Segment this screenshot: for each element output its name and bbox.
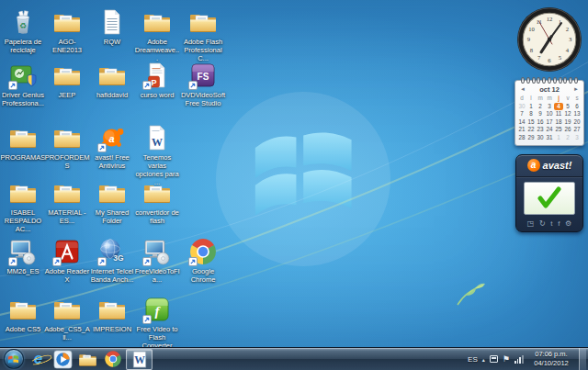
desktop-icon-adobe-cs5-all[interactable]: Adobe_CS5_All...: [44, 295, 90, 342]
desktop-icon-free-video-to-flash-converter[interactable]: f Free Video to Flash Converter: [134, 295, 180, 350]
calendar-date-cell: 14: [517, 118, 526, 127]
avast-status-panel: [524, 182, 575, 215]
calendar-day-header: m: [545, 95, 554, 103]
taskbar-word-window-button[interactable]: W: [126, 349, 153, 370]
desktop-icon-impresion[interactable]: IMPRESION: [89, 295, 135, 333]
desktop[interactable]: ♻ Papelera de reciclaje AGO-ENE2013 RQW …: [0, 0, 588, 370]
desktop-icon-dvdvideosoft-free-studio[interactable]: FS DVDVideoSoft Free Studio: [180, 61, 226, 107]
recycle-icon: ♻: [8, 7, 38, 37]
shortcut-arrow-icon: [188, 81, 198, 90]
shortcut-arrow-icon: [8, 81, 17, 90]
clock-gadget[interactable]: 1212 345 678 91011: [515, 6, 583, 73]
taskbar-internet-explorer-button[interactable]: e: [27, 349, 50, 370]
folder-icon: [52, 123, 82, 152]
folder-icon: [8, 123, 38, 152]
svg-text:P: P: [151, 78, 156, 87]
calendar-date-cell: 12: [563, 110, 572, 118]
calendar-date-cell: 3: [572, 134, 582, 142]
taskbar-media-player-button[interactable]: [51, 349, 74, 370]
folder-icon: [52, 61, 82, 90]
svg-text:2: 2: [566, 26, 569, 32]
start-button[interactable]: [2, 349, 25, 370]
calendar-date-cell: 17: [545, 118, 554, 127]
desktop-icon-jeep[interactable]: JEEP: [44, 61, 90, 99]
calendar-next-button[interactable]: ►: [573, 86, 579, 92]
calendar-date-cell: 9: [536, 110, 545, 118]
shortcut-arrow-icon: [142, 315, 152, 324]
calendar-day-header: l: [526, 95, 536, 103]
desktop-icon-ago-ene2013[interactable]: AGO-ENE2013: [44, 7, 90, 54]
calendar-date-cell: 20: [572, 118, 582, 127]
desktop-icon-adobe-cs5[interactable]: Adobe CS5: [0, 295, 46, 333]
installer-icon: [8, 237, 38, 266]
calendar-gadget[interactable]: ◄ oct 12 ► dlmmjvs3012345678910111213141…: [514, 80, 584, 146]
shortcut-arrow-icon: [142, 257, 152, 266]
calendar-date-cell: 16: [536, 118, 545, 127]
desktop-icon-my-shared-folder[interactable]: My Shared Folder: [89, 178, 135, 225]
avast-gadget[interactable]: a avast! ◳↻tf⚙: [515, 154, 583, 232]
folder-icon: [52, 295, 82, 324]
desktop-icon-freevideotofla[interactable]: FreeVideoToFla...: [134, 237, 180, 284]
avast-facebook-icon[interactable]: f: [558, 219, 560, 229]
calendar-date-cell: 21: [517, 126, 526, 134]
calendar-date-cell: 24: [545, 126, 554, 134]
desktop-icon-hafiddavid[interactable]: hafiddavid: [89, 61, 135, 99]
desktop-icon-papelera-de-reciclaje[interactable]: ♻ Papelera de reciclaje: [0, 7, 46, 54]
desktop-icon-adobe-reader-x[interactable]: Adobe Reader X: [44, 237, 90, 284]
network-signal-icon[interactable]: [514, 355, 524, 364]
desktop-icon-tenemos-varias-opciones-para[interactable]: W Tenemos varias opciones para ...: [134, 123, 180, 186]
tray-app-icon[interactable]: [490, 355, 498, 363]
taskbar-clock[interactable]: 07:06 p.m. 04/10/2012: [528, 350, 574, 368]
pptdoc-icon: P: [142, 61, 172, 90]
desktop-icon-convertidor-de-flash[interactable]: convertidor de flash: [134, 178, 180, 225]
calendar-date-cell: 28: [517, 134, 526, 142]
taskbar[interactable]: e W: [0, 347, 588, 370]
desktop-icon-rqw[interactable]: RQW: [89, 7, 135, 46]
folder-icon: [97, 61, 127, 90]
desktop-icon-adobe-dreamweave[interactable]: Adobe Dreamweave...: [134, 7, 180, 62]
word-icon: W: [131, 351, 148, 368]
avast-settings-icon[interactable]: ⚙: [565, 219, 571, 229]
action-center-flag-icon[interactable]: ⚑: [503, 354, 510, 364]
shortcut-arrow-icon: [97, 257, 107, 266]
show-desktop-button[interactable]: [579, 348, 586, 370]
desktop-icon-programas[interactable]: PROGRAMAS: [0, 123, 46, 162]
calendar-spiral-binding: [517, 77, 582, 84]
avast-icon: a: [97, 123, 127, 152]
folder-icon: [8, 178, 38, 207]
calendar-prev-button[interactable]: ◄: [520, 86, 526, 92]
desktop-icon-mm26-es[interactable]: MM26_ES: [0, 237, 46, 275]
system-tray[interactable]: ES ▴ ⚑ 07:06 p.m. 04/10/2012: [468, 348, 588, 370]
folder-icon: [52, 7, 82, 37]
desktop-icon-curso-word[interactable]: P curso word: [134, 61, 180, 99]
desktop-icon-adobe-flash-professional-c[interactable]: Adobe Flash Professional C...: [180, 7, 226, 62]
desktop-icon-material-es[interactable]: MATERIAL -ES...: [44, 178, 90, 225]
svg-text:10: 10: [528, 26, 535, 32]
desktop-icon-driver-genius-professiona[interactable]: Driver Genius Professiona...: [0, 61, 46, 107]
svg-text:a: a: [108, 133, 114, 144]
avast-refresh-icon[interactable]: ↻: [539, 219, 546, 229]
desktop-icon-profordems[interactable]: PROFORDEMS: [44, 123, 90, 170]
calendar-day-header: j: [554, 95, 563, 103]
avast-twitter-icon[interactable]: t: [550, 219, 552, 229]
calendar-date-cell: 19: [563, 118, 572, 127]
desktop-icon-internet-telcel-banda-anch[interactable]: 3G Internet Telcel Banda Anch...: [89, 237, 135, 284]
windows-flag-icon: [7, 353, 19, 365]
shortcut-arrow-icon: [97, 143, 107, 152]
avast-panel-icon[interactable]: ◳: [527, 219, 535, 229]
pdf-icon: [52, 237, 82, 266]
taskbar-date: 04/10/2012: [528, 359, 574, 368]
language-indicator[interactable]: ES: [468, 355, 478, 364]
globe3g-icon: 3G: [97, 237, 127, 266]
calendar-date-cell: 30: [536, 134, 545, 142]
hidden-icons-button[interactable]: ▴: [482, 356, 485, 363]
desktop-icon-google-chrome[interactable]: Google Chrome: [180, 237, 226, 284]
shortcut-arrow-icon: [142, 81, 152, 90]
shortcut-arrow-icon: [52, 257, 62, 266]
desktop-icon-isabel-respaldo-ac[interactable]: ISABEL RESPALDO AC...: [0, 178, 46, 233]
folder-icon: [78, 350, 97, 369]
taskbar-chrome-button[interactable]: [101, 349, 124, 370]
calendar-date-cell: 29: [526, 134, 536, 142]
taskbar-explorer-button[interactable]: [76, 349, 99, 370]
desktop-icon-avast-free-antivirus[interactable]: a avast! Free Antivirus: [89, 123, 135, 170]
